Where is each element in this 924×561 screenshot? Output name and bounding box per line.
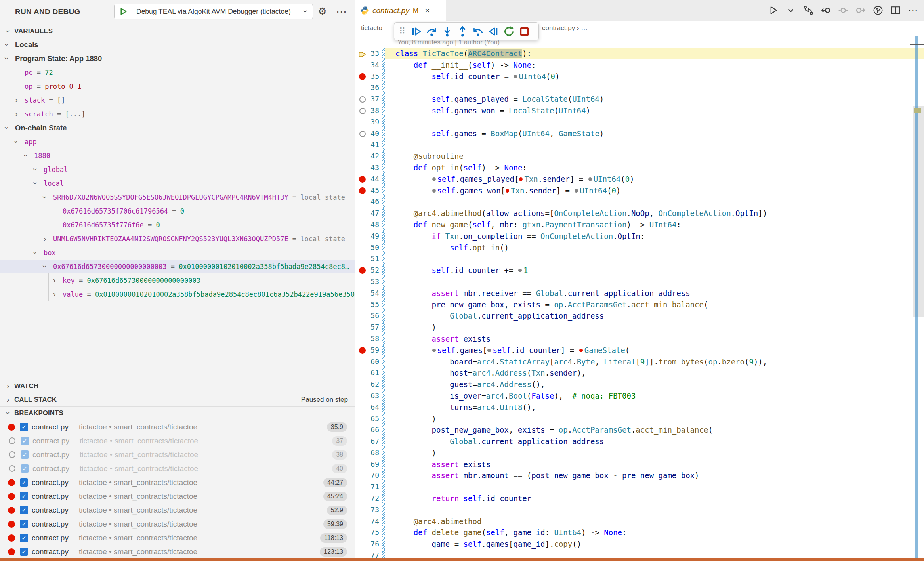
breakpoint-row[interactable]: ✓contract.pytictactoe • smart_contracts/…: [0, 545, 355, 559]
code-line-content[interactable]: assert exists: [385, 333, 924, 345]
breakpoint-gutter[interactable]: [355, 493, 368, 504]
open-changes-icon[interactable]: [802, 4, 815, 17]
go-to-next-change-icon[interactable]: [854, 4, 867, 17]
code-line-content[interactable]: [385, 139, 924, 151]
breakpoint-gutter[interactable]: [355, 219, 368, 231]
code-line-content[interactable]: self.games = BoxMap(UInt64, GameState): [385, 128, 924, 139]
run-python-file-icon[interactable]: [767, 4, 780, 17]
chevron-down-icon[interactable]: ›: [34, 248, 44, 257]
breakpoint-gutter[interactable]: [355, 367, 368, 379]
chevron-down-icon[interactable]: ›: [44, 193, 53, 202]
chevron-right-icon[interactable]: ›: [53, 290, 63, 299]
code-line-content[interactable]: @arc4.abimethod: [385, 516, 924, 527]
breakpoint-gutter[interactable]: [355, 447, 368, 459]
code-line-content[interactable]: guest=arc4.Address(),: [385, 379, 924, 390]
breakpoint-row[interactable]: ✓contract.pytictactoe • smart_contracts/…: [0, 475, 355, 489]
breakpoint-gutter[interactable]: [355, 196, 368, 208]
debug-config-dropdown[interactable]: Debug TEAL via AlgoKit AVM Debugger (tic…: [114, 4, 313, 19]
scrollbar-thumb[interactable]: [913, 106, 924, 317]
variables-group-row[interactable]: ›On-chain State: [0, 121, 355, 135]
breakpoint-gutter[interactable]: [355, 242, 368, 254]
step-back-button[interactable]: [470, 23, 486, 39]
step-over-button[interactable]: [424, 23, 439, 39]
chevron-down-icon[interactable]: ›: [44, 262, 53, 271]
breakpoint-gutter[interactable]: [355, 379, 368, 390]
variable-row[interactable]: ›local: [0, 176, 355, 190]
variable-row[interactable]: ›box: [0, 246, 355, 260]
more-actions-icon[interactable]: ⋯: [336, 6, 347, 18]
breakpoint-gutter[interactable]: [355, 527, 368, 538]
breakpoint-gutter[interactable]: [355, 504, 368, 516]
breakpoint-gutter[interactable]: [355, 139, 368, 151]
breakpoint-gutter[interactable]: [355, 105, 368, 116]
inline-breakpoint-candidate-icon[interactable]: [487, 349, 491, 352]
inline-breakpoint-candidate-icon[interactable]: [588, 177, 592, 181]
breakpoint-checkbox[interactable]: ✓: [21, 464, 29, 473]
breakpoint-gutter[interactable]: [355, 253, 368, 265]
breakpoint-gutter[interactable]: [355, 356, 368, 368]
inline-breakpoint-icon[interactable]: [506, 189, 509, 193]
inline-breakpoint-candidate-icon[interactable]: [432, 177, 436, 181]
code-line-content[interactable]: game = self.games[game_id].copy(): [385, 538, 924, 550]
code-line-content[interactable]: assert mbr.amount == (post_new_game_box …: [385, 470, 924, 481]
variable-row[interactable]: 0x67616d65735f706c61796564 = 0: [0, 204, 355, 218]
code-line-content[interactable]: board=arc4.StaticArray[arc4.Byte, Litera…: [385, 356, 924, 368]
more-actions-icon[interactable]: ⋯: [907, 4, 919, 17]
inline-breakpoint-candidate-icon[interactable]: [514, 75, 517, 78]
breakpoint-gutter[interactable]: [355, 185, 368, 197]
breakpoint-checkbox[interactable]: ✓: [20, 520, 28, 528]
code-line-content[interactable]: return self.id_counter: [385, 493, 924, 504]
breakpoint-gutter[interactable]: [355, 162, 368, 174]
code-line-content[interactable]: [385, 253, 924, 265]
chevron-right-icon[interactable]: ›: [15, 95, 25, 105]
breakpoint-row[interactable]: ✓contract.pytictactoe • smart_contracts/…: [0, 531, 355, 545]
code-line-content[interactable]: pre_new_game_box, exists = op.AcctParams…: [385, 299, 924, 311]
code-line-content[interactable]: [385, 276, 924, 288]
variable-row[interactable]: ›1880: [0, 149, 355, 162]
breakpoint-gutter[interactable]: [355, 276, 368, 288]
code-line-content[interactable]: @arc4.abimethod(allow_actions=[OnComplet…: [385, 208, 924, 219]
variable-row[interactable]: ›UNML6W5NVHRIKTEOZAA4NI2SWQROSGNFNY2QS52…: [0, 232, 355, 246]
code-line-content[interactable]: self.games_won = LocalState(UInt64): [385, 105, 924, 116]
breakpoint-gutter[interactable]: [355, 265, 368, 276]
code-line-content[interactable]: [385, 504, 924, 516]
variable-row[interactable]: ›stack = []: [0, 93, 355, 107]
breakpoint-gutter[interactable]: [355, 59, 368, 71]
code-line-content[interactable]: turns=arc4.UInt8(),: [385, 402, 924, 413]
breakpoint-icon[interactable]: [359, 73, 366, 80]
breakpoint-checkbox[interactable]: ✓: [20, 423, 28, 431]
breakpoint-gutter[interactable]: [355, 208, 368, 219]
unverified-breakpoint-icon[interactable]: [359, 108, 366, 114]
variable-row[interactable]: op = proto 0 1: [0, 79, 355, 93]
code-line-content[interactable]: host=arc4.Address(Txn.sender),: [385, 367, 924, 379]
variable-row[interactable]: ›global: [0, 162, 355, 176]
step-out-button[interactable]: [455, 23, 470, 39]
inline-breakpoint-candidate-icon[interactable]: [432, 349, 436, 352]
chevron-down-icon[interactable]: ›: [15, 137, 25, 146]
breakpoint-icon[interactable]: [359, 176, 366, 183]
breakpoint-gutter[interactable]: [355, 424, 368, 436]
variable-row[interactable]: ›key = 0x67616d65730000000000000003: [0, 273, 355, 287]
variable-row[interactable]: 0x67616d65735f776f6e = 0: [0, 218, 355, 232]
chevron-down-icon[interactable]: ›: [6, 40, 15, 49]
code-line-content[interactable]: def delete_game(self, game_id: UInt64) -…: [385, 527, 924, 538]
stop-button[interactable]: [517, 23, 532, 39]
chevron-down-icon[interactable]: ›: [34, 165, 44, 174]
breakpoint-icon[interactable]: [359, 267, 366, 274]
breakpoint-row[interactable]: ✓contract.pytictactoe • smart_contracts/…: [0, 420, 355, 434]
variable-row[interactable]: ›app: [0, 135, 355, 149]
breakpoint-gutter[interactable]: [355, 151, 368, 162]
breakpoint-row[interactable]: ✓contract.pytictactoe • smart_contracts/…: [0, 517, 355, 531]
chevron-right-icon[interactable]: ›: [53, 276, 63, 285]
breakpoint-gutter[interactable]: [355, 481, 368, 493]
code-line-content[interactable]: def new_game(self, mbr: gtxn.PaymentTran…: [385, 219, 924, 231]
breakpoint-gutter[interactable]: [355, 322, 368, 333]
breakpoint-icon[interactable]: [359, 187, 366, 194]
breakpoint-gutter[interactable]: [355, 116, 368, 128]
code-line-content[interactable]: Global.current_application_address: [385, 436, 924, 447]
breadcrumb-item[interactable]: tictacto: [361, 24, 382, 32]
variable-row[interactable]: ›0x67616d65730000000000000003 = 0x010000…: [0, 260, 355, 273]
restart-button[interactable]: [501, 23, 517, 39]
breakpoint-icon[interactable]: [359, 347, 366, 354]
code-line-content[interactable]: self.games_played = LocalState(UInt64): [385, 94, 924, 105]
